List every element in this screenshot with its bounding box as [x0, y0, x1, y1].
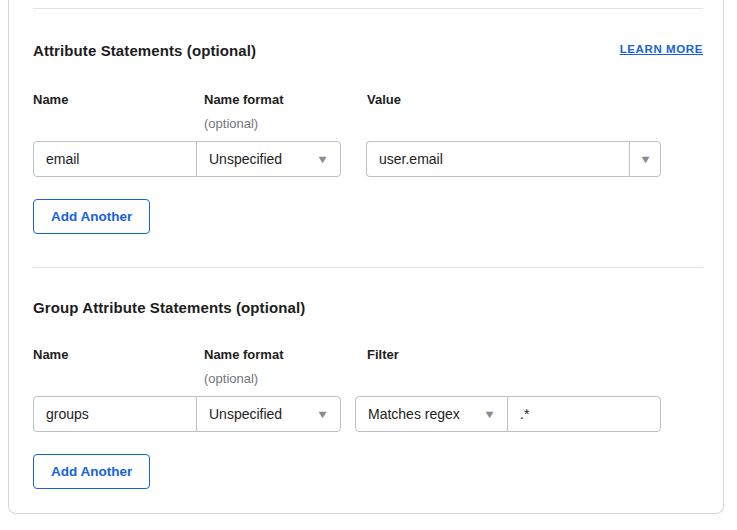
attr-value-combo: ▼ — [366, 141, 661, 177]
chevron-down-icon: ▼ — [316, 409, 329, 420]
group-col-header-name-format-hint: (optional) — [204, 371, 258, 386]
group-add-another-button[interactable]: Add Another — [33, 454, 150, 489]
chevron-down-icon: ▼ — [638, 154, 651, 165]
group-col-header-name-format: Name format — [204, 347, 283, 362]
group-name-format-selected-value: Unspecified — [209, 406, 282, 422]
attr-col-header-name: Name — [33, 92, 68, 107]
attr-col-header-name-format-hint: (optional) — [204, 116, 258, 131]
attr-name-format-select[interactable]: Unspecified ▼ — [196, 141, 341, 177]
attribute-statements-title: Attribute Statements (optional) — [33, 42, 256, 59]
attr-name-format-selected-value: Unspecified — [209, 151, 282, 167]
group-name-format-select[interactable]: Unspecified ▼ — [196, 396, 341, 432]
group-col-header-filter: Filter — [367, 347, 399, 362]
section-divider-middle — [33, 267, 703, 268]
chevron-down-icon: ▼ — [316, 154, 329, 165]
group-name-input[interactable] — [33, 396, 197, 432]
attr-name-input[interactable] — [33, 141, 197, 177]
attr-add-another-button[interactable]: Add Another — [33, 199, 150, 234]
chevron-down-icon: ▼ — [483, 409, 496, 420]
group-filter-type-select[interactable]: Matches regex ▼ — [355, 396, 508, 432]
attr-value-input[interactable] — [366, 141, 629, 177]
saml-settings-card: Attribute Statements (optional) LEARN MO… — [8, 0, 724, 514]
section-divider-top — [33, 8, 703, 9]
group-col-header-name: Name — [33, 347, 68, 362]
group-filter-type-selected-value: Matches regex — [368, 406, 460, 422]
group-filter-value-input[interactable] — [507, 396, 661, 432]
learn-more-link[interactable]: LEARN MORE — [620, 43, 703, 55]
attr-value-dropdown-button[interactable]: ▼ — [629, 141, 661, 177]
group-attribute-statements-title: Group Attribute Statements (optional) — [33, 299, 305, 316]
attr-col-header-value: Value — [367, 92, 401, 107]
attr-col-header-name-format: Name format — [204, 92, 283, 107]
